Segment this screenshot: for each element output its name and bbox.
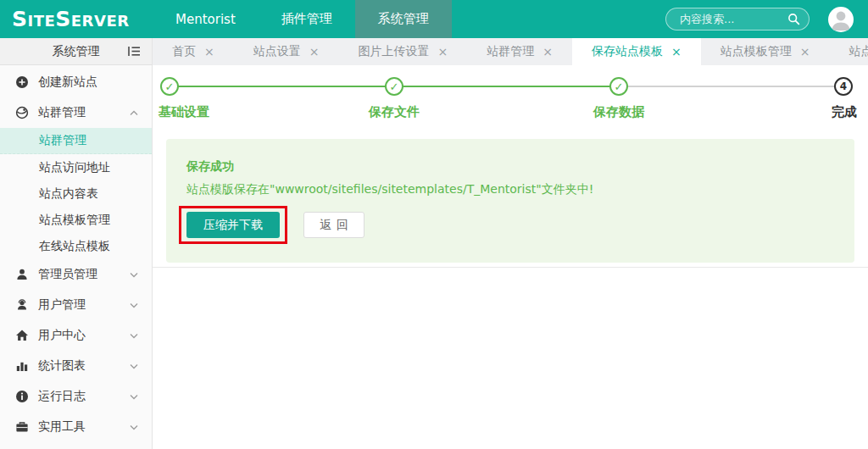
check-icon: ✓ [390,80,399,93]
chevron-down-icon [130,272,138,278]
panel-buttons: 压缩并下载 返回 [186,212,834,238]
sidebar-subitem-online-template[interactable]: 在线站点模板 [0,233,152,259]
panel-message: 站点模版保存在"wwwroot/sitefiles/sitetemplates/… [186,182,834,197]
step-label-save-data: 保存数据 [593,104,644,120]
chevron-down-icon [130,394,138,400]
sidebar-item-create-site[interactable]: 创建新站点 [0,67,152,97]
step-label-complete: 完成 [832,104,857,120]
sidebar-item-label: 运行日志 [38,389,130,404]
globe-icon [15,106,29,119]
chevron-down-icon [130,302,138,308]
app-logo[interactable]: SITESERVER [0,7,153,31]
step-connector [619,86,843,87]
chevron-down-icon [130,363,138,369]
tab-home[interactable]: 首页× [153,38,234,65]
stepper-labels: 基础设置 保存文件 保存数据 完成 [170,104,843,123]
home-icon [15,329,29,342]
search-input[interactable] [678,12,787,26]
sidebar-item-tools[interactable]: 实用工具 [0,412,152,442]
step-circle-1: ✓ [160,77,179,96]
sidebar-title: 系统管理 [53,44,100,59]
admin-icon [15,268,29,281]
sidebar-subitem-content-table[interactable]: 站点内容表 [0,180,152,207]
compress-download-button[interactable]: 压缩并下载 [186,212,280,238]
sidebar-submenu-site-group: 站群管理 站点访问地址 站点内容表 站点模板管理 在线站点模板 [0,128,152,259]
sidebar-item-user-center[interactable]: 用户中心 [0,320,152,351]
sidebar: 系统管理 创建新站点 站群管理 [0,38,153,449]
content-divider [153,267,868,268]
sidebar-item-statistics[interactable]: 统计图表 [0,351,152,381]
chevron-down-icon [130,424,138,430]
sidebar-item-label: 创建新站点 [38,75,138,90]
sidebar-item-site-group[interactable]: 站群管理 [0,97,152,128]
sidebar-item-logs[interactable]: 运行日志 [0,381,152,412]
sidebar-subitem-site-url[interactable]: 站点访问地址 [0,154,152,180]
sidebar-subitem-site-group[interactable]: 站群管理 [0,128,152,154]
main-nav: Mentorist 插件管理 系统管理 [153,0,452,38]
content-area: ✓ ✓ ✓ 4 基础设置 保存文件 保存数据 完成 保存成功 站点模版保存在"w… [153,65,868,449]
tab-save-site-template[interactable]: 保存站点模板× [572,38,701,65]
briefcase-icon [15,420,29,434]
panel-title: 保存成功 [186,159,834,175]
step-label-basic-settings: 基础设置 [159,104,209,120]
user-avatar[interactable] [828,7,854,32]
sidebar-item-admin-manage[interactable]: 管理员管理 [0,259,152,290]
close-tab-icon[interactable]: × [671,45,682,58]
nav-item-mentorist[interactable]: Mentorist [153,0,259,38]
close-tab-icon[interactable]: × [437,45,448,58]
tab-site-url[interactable]: 站点访问地址× [829,38,868,65]
sidebar-item-label: 实用工具 [38,419,130,435]
nav-item-system-manage[interactable]: 系统管理 [355,0,452,38]
top-header: SITESERVER Mentorist 插件管理 系统管理 [0,0,868,38]
tab-bar: 首页× 站点设置× 图片上传设置× 站群管理× 保存站点模板× 站点模板管理× … [153,38,868,65]
plus-circle-icon [15,75,29,89]
step-number: 4 [840,80,847,92]
close-tab-icon[interactable]: × [309,45,320,58]
step-connector [394,86,619,87]
sidebar-item-label: 统计图表 [38,358,130,374]
step-circle-3: ✓ [609,77,628,96]
close-tab-icon[interactable]: × [542,45,553,58]
chevron-up-icon [130,110,138,116]
sidebar-subitem-template-manage[interactable]: 站点模板管理 [0,207,152,233]
content-search [665,8,810,30]
tab-template-manage[interactable]: 站点模板管理× [701,38,830,65]
collapse-menu-icon[interactable] [128,46,141,57]
sidebar-item-label: 站群管理 [38,105,130,120]
sidebar-menu: 创建新站点 站群管理 站群管理 站点访问地址 站点内容表 站点模板管理 [0,65,152,442]
logo-text: S [12,7,28,31]
main-area: 首页× 站点设置× 图片上传设置× 站群管理× 保存站点模板× 站点模板管理× … [153,38,868,449]
user-icon [828,7,854,32]
search-icon[interactable] [787,13,800,25]
sidebar-item-label: 管理员管理 [38,267,130,282]
step-label-save-files: 保存文件 [369,104,420,120]
annotation-wrapper: 压缩并下载 [186,212,280,238]
nav-item-plugin-manage[interactable]: 插件管理 [259,0,355,38]
tab-site-settings[interactable]: 站点设置× [234,38,339,65]
back-button[interactable]: 返回 [303,212,364,238]
bar-chart-icon [15,359,29,373]
check-icon: ✓ [165,80,175,93]
app-window: SITESERVER Mentorist 插件管理 系统管理 系统管理 [0,0,868,449]
step-connector [170,86,394,87]
close-tab-icon[interactable]: × [800,45,810,58]
sidebar-item-user-manage[interactable]: 用户管理 [0,290,152,320]
step-circle-4: 4 [834,77,853,96]
info-icon [15,390,29,403]
chevron-down-icon [130,333,138,339]
stepper: ✓ ✓ ✓ 4 [170,77,843,99]
tab-site-group[interactable]: 站群管理× [467,38,572,65]
check-icon: ✓ [615,80,624,93]
main-row: 系统管理 创建新站点 站群管理 [0,38,868,449]
success-panel: 保存成功 站点模版保存在"wwwroot/sitefiles/sitetempl… [166,139,854,263]
close-tab-icon[interactable]: × [204,45,214,58]
sidebar-item-label: 用户管理 [38,297,130,313]
step-circle-2: ✓ [385,77,403,96]
user-icon [15,298,29,312]
sidebar-header: 系统管理 [0,38,152,65]
sidebar-item-label: 用户中心 [38,328,130,343]
tab-image-upload-settings[interactable]: 图片上传设置× [338,38,467,65]
